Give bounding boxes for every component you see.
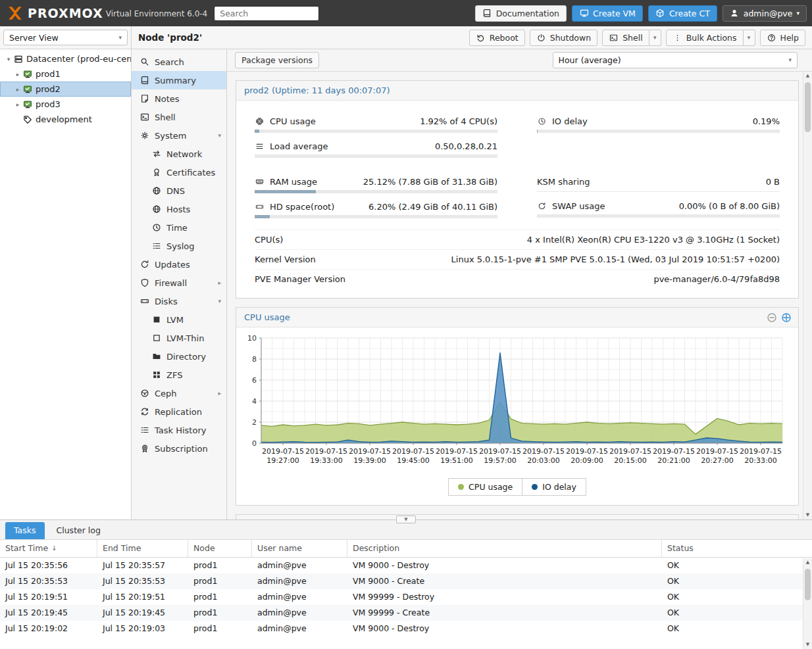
create-vm-button[interactable]: Create VM	[572, 5, 643, 22]
menu-item-zfs[interactable]: ZFS	[132, 366, 226, 384]
menu-item-firewall[interactable]: Firewall▸	[132, 274, 226, 292]
tab-cluster-log[interactable]: Cluster log	[48, 522, 109, 539]
menu-item-certificates[interactable]: Certificates	[132, 163, 226, 181]
sort-desc-icon: ↓	[51, 540, 57, 557]
tab-tasks[interactable]: Tasks	[5, 522, 45, 539]
menu-item-syslog[interactable]: Syslog	[132, 237, 226, 255]
bulk-actions-dropdown-button[interactable]: ▾	[744, 30, 755, 46]
chevron-right-icon[interactable]: ▸	[218, 279, 221, 286]
menu-item-updates[interactable]: Updates	[132, 255, 226, 274]
tree-caret-icon[interactable]: ▸	[13, 71, 22, 78]
tree-item-prod1[interactable]: ▸prod1	[0, 66, 131, 82]
column-header-description[interactable]: Description	[347, 540, 662, 557]
shutdown-button[interactable]: Shutdown	[530, 30, 597, 46]
content-toolbar: Package versions Hour (average) ▾	[227, 49, 812, 72]
column-header-status[interactable]: Status	[662, 540, 812, 557]
menu-item-notes[interactable]: Notes	[132, 89, 226, 108]
task-row[interactable]: Jul 15 20:19:45Jul 15 20:19:45prod1admin…	[0, 605, 812, 621]
menu-item-time[interactable]: Time	[132, 218, 226, 237]
menu-item-dns[interactable]: DNS	[132, 181, 226, 200]
crosshair-icon[interactable]	[781, 312, 792, 323]
scroll-up-icon[interactable]: ▲	[803, 72, 812, 80]
tasks-scrollbar-thumb[interactable]	[805, 569, 811, 600]
menu-item-network[interactable]: Network	[132, 145, 226, 163]
help-button[interactable]: Help	[760, 30, 806, 46]
menu-item-lvm[interactable]: LVM	[132, 310, 226, 329]
tree-caret-icon[interactable]: ▸	[13, 86, 22, 93]
task-row[interactable]: Jul 15 20:35:53Jul 15 20:35:53prod1admin…	[0, 573, 812, 589]
tree-caret-icon[interactable]: ▸	[13, 101, 22, 108]
view-selector[interactable]: Server View ▾	[3, 30, 128, 45]
chevron-right-icon[interactable]: ▸	[218, 390, 221, 397]
column-header-start-time[interactable]: Start Time↓	[0, 540, 97, 557]
scroll-up-icon[interactable]: ▲	[803, 558, 812, 567]
legend-io-delay[interactable]: IO delay	[522, 478, 586, 496]
content-area: Package versions Hour (average) ▾ prod2 …	[227, 49, 812, 519]
global-search-input[interactable]	[214, 6, 319, 21]
user-menu-button[interactable]: admin@pve ▾	[723, 5, 807, 22]
monitor-icon	[579, 9, 589, 18]
resource-tree: ▾Datacenter (prod-eu-centra▸prod1▸prod2▸…	[0, 49, 132, 519]
column-header-node[interactable]: Node	[188, 540, 252, 557]
undo-zoom-icon[interactable]	[767, 312, 777, 323]
view-selector-wrap: Server View ▾	[0, 26, 132, 49]
package-versions-button[interactable]: Package versions	[235, 52, 319, 68]
column-header-end-time[interactable]: End Time	[97, 540, 188, 557]
globe-icon	[151, 204, 161, 214]
menu-item-hosts[interactable]: Hosts	[132, 200, 226, 218]
summary-panel-header: prod2 (Uptime: 11 days 00:07:07)	[236, 81, 798, 101]
legend-cpu-usage[interactable]: CPU usage	[448, 478, 522, 496]
chevron-down-icon[interactable]: ▾	[218, 298, 221, 304]
tag-icon	[22, 114, 32, 124]
cpu-progressbar	[255, 130, 497, 133]
menu-item-lvm-thin[interactable]: LVM-Thin	[132, 329, 226, 347]
tree-item-datacenter-prod-eu-centra[interactable]: ▾Datacenter (prod-eu-centra	[0, 51, 131, 66]
menu-item-replication[interactable]: Replication	[132, 402, 226, 421]
chevron-down-icon[interactable]: ▾	[218, 132, 221, 139]
sqout-icon	[151, 333, 161, 343]
reboot-icon	[476, 33, 486, 43]
bulk-actions-button[interactable]: Bulk Actions	[666, 30, 744, 46]
shell-dropdown-button[interactable]: ▾	[649, 30, 661, 46]
menu-item-system[interactable]: System▾	[132, 126, 226, 145]
ksm-sharing-row: KSM sharing 0 B	[537, 174, 780, 189]
scroll-down-icon[interactable]: ▼	[803, 640, 812, 649]
cpu-usage-panel-header: CPU usage	[236, 308, 798, 327]
menu-item-search[interactable]: Search	[132, 53, 226, 71]
tree-item-prod2[interactable]: ▸prod2	[0, 82, 131, 97]
column-header-user-name[interactable]: User name	[252, 540, 347, 557]
content-scrollbar-thumb[interactable]	[805, 82, 811, 132]
shell-button[interactable]: Shell	[602, 30, 649, 46]
swap-progressbar	[537, 214, 780, 218]
tasks-scrollbar[interactable]: ▲ ▼	[803, 558, 812, 649]
gear-icon	[140, 131, 149, 141]
scroll-down-icon[interactable]: ▼	[803, 511, 812, 519]
x-tick-date: 2019-07-15	[349, 447, 391, 456]
documentation-button[interactable]: Documentation	[475, 5, 567, 22]
content-scrollbar[interactable]: ▲ ▼	[803, 72, 812, 519]
reboot-button[interactable]: Reboot	[469, 30, 525, 46]
x-tick-time: 19:51:00	[440, 456, 472, 465]
repl-icon	[140, 407, 149, 417]
menu-item-disks[interactable]: Disks▾	[132, 292, 226, 310]
task-row[interactable]: Jul 15 20:19:51Jul 15 20:19:51prod1admin…	[0, 589, 812, 605]
menu-item-task-history[interactable]: Task History	[132, 421, 226, 439]
tree-item-prod3[interactable]: ▸prod3	[0, 97, 131, 112]
task-row[interactable]: Jul 15 20:35:56Jul 15 20:35:57prod1admin…	[0, 558, 812, 573]
collapse-log-panel-button[interactable]: ▼	[396, 516, 416, 523]
tree-caret-icon[interactable]: ▾	[4, 56, 13, 62]
create-ct-button[interactable]: Create CT	[648, 5, 717, 22]
task-row[interactable]: Jul 15 20:19:02Jul 15 20:19:03prod1admin…	[0, 621, 812, 637]
menu-item-summary[interactable]: Summary	[132, 71, 226, 89]
tree-item-development[interactable]: development	[0, 112, 131, 127]
menu-item-subscription[interactable]: Subscription	[132, 439, 226, 458]
secondary-toolbar: Server View ▾ Node 'prod2' Reboot Shutdo…	[0, 26, 812, 49]
menu-item-ceph[interactable]: Ceph▸	[132, 384, 226, 402]
menu-item-shell[interactable]: Shell	[132, 108, 226, 126]
cpu-usage-row: CPU usage 1.92% of 4 CPU(s)	[255, 114, 497, 128]
y-tick-label: 4	[252, 397, 257, 406]
menu-item-directory[interactable]: Directory	[132, 347, 226, 366]
node-toolbar: Node 'prod2' Reboot Shutdown Shell ▾	[132, 26, 812, 49]
x-tick-time: 20:21:00	[657, 456, 690, 465]
period-select[interactable]: Hour (average) ▾	[553, 52, 798, 68]
